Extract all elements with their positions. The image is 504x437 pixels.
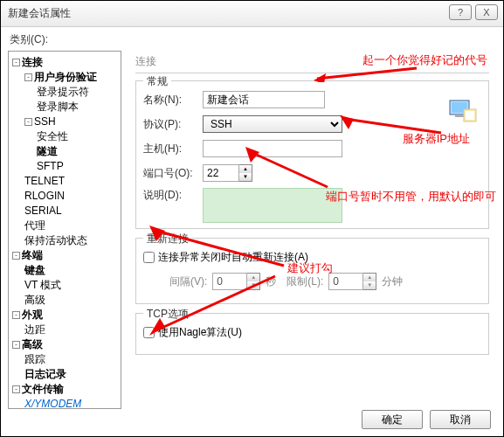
auto-reconnect-checkbox[interactable]	[143, 252, 155, 263]
name-input[interactable]	[203, 91, 325, 108]
seconds-label: 秒	[266, 274, 276, 289]
tree-item[interactable]: X/YMODEM	[10, 397, 119, 409]
nagle-label: 使用Nagle算法(U)	[158, 325, 242, 340]
category-label: 类别(C):	[1, 27, 503, 51]
window-title: 新建会话属性	[8, 6, 71, 21]
protocol-select[interactable]: SSH	[203, 115, 342, 133]
tree-item[interactable]: -SSH	[10, 114, 119, 129]
svg-rect-2	[455, 114, 464, 117]
tree-item[interactable]: -用户身份验证	[10, 70, 119, 85]
nagle-checkbox[interactable]	[143, 327, 155, 338]
tree-item[interactable]: 高级	[10, 293, 119, 308]
tcp-legend: TCP选项	[143, 307, 192, 322]
computer-icon	[448, 99, 478, 125]
tree-item[interactable]: 跟踪	[10, 352, 119, 367]
host-label: 主机(H):	[143, 142, 203, 156]
limit-spinner: ▲▼	[363, 273, 376, 290]
port-label: 端口号(O):	[143, 166, 203, 181]
section-header: 连接	[135, 54, 489, 69]
ok-button[interactable]: 确定	[362, 410, 423, 429]
tree-item[interactable]: 键盘	[10, 263, 119, 278]
tree-item[interactable]: 隧道	[10, 144, 119, 159]
close-button[interactable]: X	[475, 4, 498, 20]
interval-input	[212, 273, 247, 290]
interval-spinner: ▲▼	[247, 273, 260, 290]
tree-item[interactable]: RLOGIN	[10, 189, 119, 204]
limit-label: 限制(L):	[287, 274, 323, 289]
tree-item[interactable]: VT 模式	[10, 278, 119, 293]
tcp-group: TCP选项 使用Nagle算法(U)	[135, 313, 489, 355]
port-spinner[interactable]: ▲▼	[239, 164, 252, 182]
titlebar: 新建会话属性 ? X	[1, 1, 503, 27]
reconnect-group: 重新连接 连接异常关闭时自动重新连接(A) 间隔(V): ▲▼ 秒 限制(L):…	[135, 238, 489, 304]
tree-item[interactable]: 日志记录	[10, 367, 119, 382]
tree-item[interactable]: -高级	[10, 337, 119, 352]
general-group: 常规 名称(N): 协议(P):SSH 主机(H): 端口号(O): ▲▼ 说明…	[135, 80, 489, 229]
host-input[interactable]	[203, 140, 342, 157]
port-input[interactable]	[203, 164, 239, 182]
tree-item[interactable]: 代理	[10, 218, 119, 233]
tree-item[interactable]: 登录脚本	[10, 100, 119, 114]
general-legend: 常规	[143, 74, 171, 89]
tree-item[interactable]: -外观	[10, 308, 119, 323]
tree-item[interactable]: -文件传输	[10, 382, 119, 397]
auto-reconnect-label: 连接异常关闭时自动重新连接(A)	[158, 250, 308, 265]
category-tree[interactable]: -连接-用户身份验证登录提示符登录脚本-SSH安全性隧道SFTPTELNETRL…	[8, 51, 121, 409]
svg-rect-4	[466, 111, 474, 120]
minutes-label: 分钟	[382, 274, 403, 289]
tree-item[interactable]: -终端	[10, 248, 119, 263]
tree-item[interactable]: 边距	[10, 323, 119, 337]
cancel-button[interactable]: 取消	[430, 410, 491, 429]
tree-item[interactable]: -连接	[10, 55, 119, 70]
tree-item[interactable]: SERIAL	[10, 204, 119, 218]
divider	[135, 73, 489, 73]
interval-label: 间隔(V):	[169, 274, 207, 289]
tree-item[interactable]: 登录提示符	[10, 85, 119, 100]
desc-label: 说明(D):	[143, 188, 203, 203]
tree-item[interactable]: 安全性	[10, 129, 119, 144]
limit-input	[328, 273, 363, 290]
help-button[interactable]: ?	[449, 4, 472, 20]
name-label: 名称(N):	[143, 93, 203, 108]
tree-item[interactable]: TELNET	[10, 174, 119, 189]
main-panel: 连接 常规 名称(N): 协议(P):SSH 主机(H): 端口号(O): ▲▼…	[121, 51, 496, 409]
protocol-label: 协议(P):	[143, 117, 203, 132]
reconnect-legend: 重新连接	[143, 232, 192, 246]
tree-item[interactable]: 保持活动状态	[10, 233, 119, 248]
desc-input[interactable]	[203, 188, 342, 223]
tree-item[interactable]: SFTP	[10, 159, 119, 174]
svg-line-5	[317, 68, 417, 79]
